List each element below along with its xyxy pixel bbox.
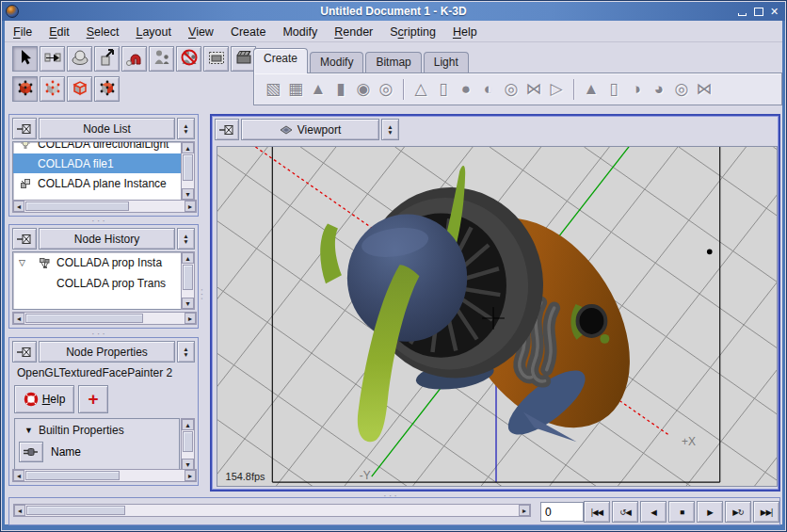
splitter-handle[interactable]: ···	[91, 331, 107, 335]
scroll-thumb[interactable]	[26, 506, 125, 515]
nurbs-sphere-icon[interactable]: ◑	[625, 80, 648, 99]
menu-layout[interactable]: Layout	[127, 24, 180, 40]
frame-number-field[interactable]	[540, 502, 584, 522]
scroll-thumb[interactable]	[183, 154, 193, 181]
panel-spinner[interactable]: ▲▼	[177, 118, 195, 139]
menu-select[interactable]: Select	[78, 24, 128, 40]
scroll-up-icon[interactable]: ▴	[182, 419, 194, 430]
scroll-left-icon[interactable]: ◂	[13, 201, 24, 212]
select-nodes-mode-button[interactable]	[12, 76, 38, 102]
scroll-thumb[interactable]	[183, 431, 193, 452]
polygrid-icon[interactable]: ▦	[284, 79, 307, 99]
render-frame-button[interactable]	[231, 46, 256, 72]
pin-button[interactable]	[12, 228, 37, 250]
pin-button[interactable]	[215, 119, 239, 140]
properties-hscroll[interactable]: ◂▸	[12, 469, 197, 482]
polytorus-icon[interactable]: ◎	[375, 79, 397, 99]
play-reverse-loop-button[interactable]: ↺◀	[612, 501, 638, 523]
panel-spinner[interactable]: ▲▼	[177, 341, 195, 363]
torus-icon[interactable]: ◎	[500, 79, 522, 99]
tab-create[interactable]: Create	[253, 48, 308, 73]
paraboloid-icon[interactable]: ▷	[545, 79, 568, 99]
scroll-left-icon[interactable]: ◂	[13, 313, 24, 324]
node-history-item[interactable]: ▽COLLADA prop Insta	[13, 252, 183, 273]
scroll-thumb[interactable]	[25, 314, 143, 323]
pin-button[interactable]	[12, 341, 37, 363]
scroll-thumb[interactable]	[25, 202, 129, 211]
nurbs-cone-icon[interactable]: ▲	[580, 80, 602, 99]
panel-selector-node-properties[interactable]: Node Properties	[39, 341, 175, 363]
menu-view[interactable]: View	[180, 24, 222, 40]
scale-tool-button[interactable]	[94, 46, 120, 72]
add-property-button[interactable]: +	[78, 385, 108, 413]
close-button[interactable]: ✕	[767, 5, 781, 18]
scroll-right-icon[interactable]: ▸	[519, 505, 530, 516]
vertical-splitter-handle[interactable]: ···	[201, 288, 204, 301]
select-lines-mode-button[interactable]	[67, 76, 92, 102]
nurbs-torus-icon[interactable]: ◎	[670, 79, 693, 99]
viewport-canvas[interactable]: 154.8fps -Y +X	[217, 146, 778, 487]
polysphere-icon[interactable]: ◉	[352, 79, 375, 99]
properties-vscroll[interactable]: ▴▾	[181, 418, 195, 471]
render-preview-button[interactable]	[203, 46, 229, 72]
play-reverse-button[interactable]: ◀	[640, 501, 667, 523]
tab-modify[interactable]: Modify	[310, 52, 363, 73]
panel-spinner[interactable]: ▲▼	[177, 228, 195, 250]
move-tool-button[interactable]	[40, 46, 65, 72]
nurbs-cylinder-icon[interactable]: ▯	[602, 79, 625, 99]
scroll-right-icon[interactable]: ▸	[185, 313, 196, 324]
node-history-list[interactable]: ▽COLLADA prop InstaCOLLADA prop Trans	[12, 251, 184, 310]
panel-spinner[interactable]: ▲▼	[381, 119, 399, 140]
hyperboloid-icon[interactable]: ⋈	[522, 79, 545, 99]
parent-tool-button[interactable]	[149, 46, 174, 72]
node-list-item[interactable]: COLLADA file1	[13, 153, 183, 173]
node-list-hscroll[interactable]: ◂▸	[12, 200, 197, 213]
select-faces-mode-button[interactable]	[94, 76, 120, 102]
pin-button[interactable]	[12, 118, 37, 139]
point-handle[interactable]	[707, 250, 713, 255]
scroll-thumb[interactable]	[183, 265, 193, 290]
cone-icon[interactable]: △	[410, 79, 432, 99]
scroll-left-icon[interactable]: ◂	[13, 470, 24, 481]
node-history-hscroll[interactable]: ◂▸	[12, 312, 197, 325]
scroll-down-icon[interactable]: ▾	[182, 298, 194, 309]
select-points-mode-button[interactable]	[40, 76, 65, 102]
menu-scripting[interactable]: Scripting	[381, 24, 444, 40]
splitter-handle[interactable]: ···	[91, 218, 107, 222]
expander-icon[interactable]: ▽	[19, 258, 32, 267]
panel-selector-node-history[interactable]: Node History	[39, 228, 175, 250]
builtin-properties-section[interactable]: ▼ Builtin Properties	[15, 419, 179, 437]
menu-create[interactable]: Create	[222, 24, 275, 40]
select-tool-button[interactable]	[12, 46, 38, 72]
expander-icon[interactable]: ▼	[24, 426, 33, 435]
minimize-button[interactable]	[735, 5, 749, 18]
disk-icon[interactable]: ◐	[477, 80, 500, 99]
node-history-vscroll[interactable]: ▴▾	[181, 251, 195, 310]
scroll-up-icon[interactable]: ▴	[182, 252, 194, 264]
connect-property-button[interactable]	[19, 442, 43, 462]
tab-light[interactable]: Light	[424, 52, 469, 73]
node-list-vscroll[interactable]: ▴▾	[181, 141, 195, 201]
titlebar[interactable]: Untitled Document 1 - K-3D ✕	[2, 2, 785, 21]
node-list-item[interactable]: COLLADA directionalLight	[13, 141, 183, 153]
menu-help[interactable]: Help	[444, 24, 486, 40]
scroll-right-icon[interactable]: ▸	[185, 201, 196, 212]
scroll-left-icon[interactable]: ◂	[14, 505, 25, 516]
panel-selector-node-list[interactable]: Node List	[39, 118, 175, 139]
polycylinder-icon[interactable]: ▮	[329, 79, 352, 99]
snap-tool-button[interactable]	[121, 46, 147, 72]
menu-render[interactable]: Render	[326, 24, 381, 40]
cylinder-icon[interactable]: ▯	[432, 79, 455, 99]
scroll-thumb[interactable]	[25, 471, 120, 480]
menu-modify[interactable]: Modify	[274, 24, 326, 40]
menu-file[interactable]: File	[5, 24, 40, 40]
sphere-icon[interactable]: ●	[455, 80, 477, 99]
stop-button[interactable]: ■	[668, 501, 695, 523]
rotate-tool-button[interactable]	[67, 46, 92, 72]
tab-bitmap[interactable]: Bitmap	[365, 52, 421, 73]
menu-edit[interactable]: Edit	[40, 24, 78, 40]
nurbs-hyperboloid-icon[interactable]: ⋈	[693, 79, 715, 99]
time-slider[interactable]: ◂▸	[13, 504, 531, 517]
node-history-item[interactable]: COLLADA prop Trans	[13, 273, 183, 294]
nurbs-disk-icon[interactable]: ◕	[648, 80, 670, 99]
